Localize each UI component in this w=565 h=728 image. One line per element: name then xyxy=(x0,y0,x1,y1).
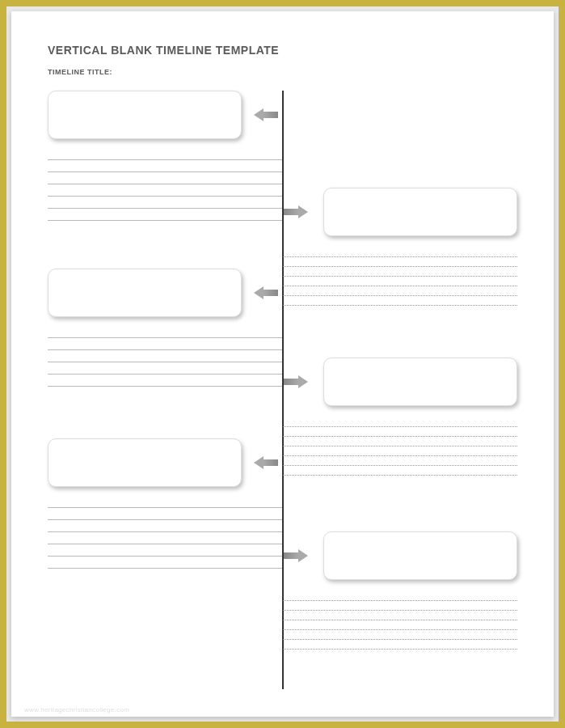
page-title: VERTICAL BLANK TIMELINE TEMPLATE xyxy=(48,44,517,57)
arrow-left-icon xyxy=(254,108,264,121)
writing-lines-right-2 xyxy=(283,426,517,485)
arrow-left-icon xyxy=(254,286,264,299)
writing-line xyxy=(48,208,282,209)
writing-line xyxy=(48,531,282,532)
writing-line xyxy=(48,544,282,544)
event-box-right-2 xyxy=(323,358,517,406)
arrow-left-icon xyxy=(254,456,264,469)
writing-line xyxy=(48,519,282,520)
writing-line xyxy=(283,649,517,650)
timeline-title-label: TIMELINE TITLE: xyxy=(48,68,517,76)
writing-line xyxy=(48,507,282,508)
writing-line xyxy=(283,620,517,620)
writing-lines-right-3 xyxy=(283,600,517,658)
writing-line xyxy=(283,446,517,447)
event-box-left-1 xyxy=(48,91,242,139)
document-paper: VERTICAL BLANK TIMELINE TEMPLATE TIMELIN… xyxy=(11,11,554,717)
writing-lines-left-2 xyxy=(48,337,282,398)
writing-line xyxy=(48,374,282,375)
event-box-left-3 xyxy=(48,438,242,487)
timeline-content xyxy=(48,91,517,689)
writing-line xyxy=(48,556,282,557)
writing-line xyxy=(283,305,517,306)
writing-lines-left-3 xyxy=(48,507,282,580)
writing-line xyxy=(283,600,517,601)
arrow-right-icon xyxy=(298,549,308,562)
arrow-right-icon xyxy=(298,205,308,218)
writing-line xyxy=(283,436,517,437)
event-box-left-2 xyxy=(48,269,242,317)
writing-line xyxy=(283,455,517,456)
writing-line xyxy=(283,629,517,630)
writing-line xyxy=(283,276,517,277)
writing-line xyxy=(283,266,517,267)
writing-lines-right-1 xyxy=(283,256,517,315)
writing-line xyxy=(48,159,282,160)
event-box-right-1 xyxy=(323,188,517,236)
writing-line xyxy=(283,475,517,476)
writing-line xyxy=(283,610,517,611)
writing-line xyxy=(48,184,282,184)
writing-line xyxy=(283,256,517,257)
outer-frame: VERTICAL BLANK TIMELINE TEMPLATE TIMELIN… xyxy=(6,6,559,722)
writing-line xyxy=(48,362,282,362)
writing-lines-left-1 xyxy=(48,159,282,232)
writing-line xyxy=(283,295,517,296)
writing-line xyxy=(48,386,282,387)
writing-line xyxy=(48,349,282,350)
writing-line xyxy=(48,337,282,338)
writing-line xyxy=(283,286,517,286)
writing-line xyxy=(48,220,282,221)
arrow-right-icon xyxy=(298,375,308,388)
writing-line xyxy=(48,196,282,197)
writing-line xyxy=(283,426,517,427)
writing-line xyxy=(48,568,282,569)
writing-line xyxy=(283,639,517,640)
watermark-text: www.heritagechristiancollege.com xyxy=(24,706,129,713)
writing-line xyxy=(283,465,517,466)
event-box-right-3 xyxy=(323,531,517,580)
writing-line xyxy=(48,171,282,172)
